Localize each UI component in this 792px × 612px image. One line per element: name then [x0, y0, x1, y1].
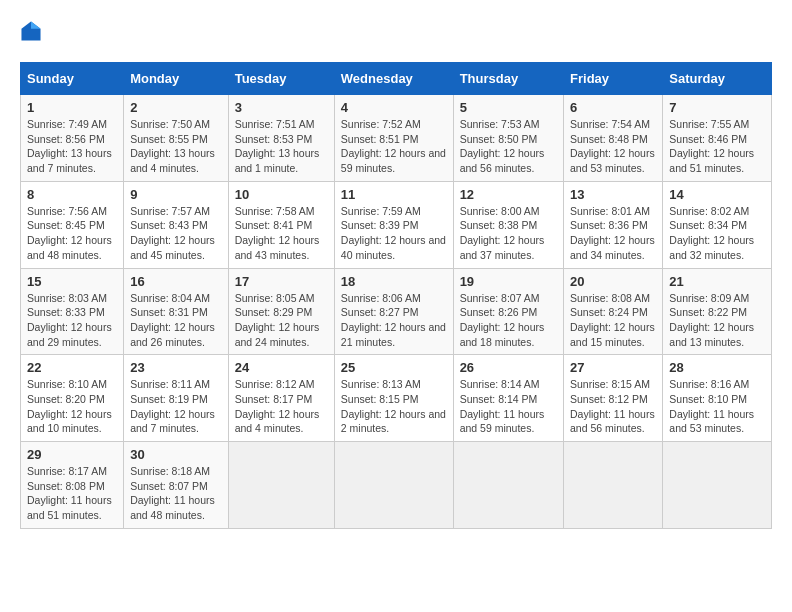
header-friday: Friday [564, 63, 663, 95]
calendar-week-row: 22Sunrise: 8:10 AMSunset: 8:20 PMDayligh… [21, 355, 772, 442]
day-info: Sunrise: 8:06 AMSunset: 8:27 PMDaylight:… [341, 291, 447, 350]
day-number: 18 [341, 274, 447, 289]
calendar-header-row: SundayMondayTuesdayWednesdayThursdayFrid… [21, 63, 772, 95]
day-number: 11 [341, 187, 447, 202]
day-number: 28 [669, 360, 765, 375]
page-header [20, 20, 772, 46]
day-number: 22 [27, 360, 117, 375]
calendar-cell: 16Sunrise: 8:04 AMSunset: 8:31 PMDayligh… [124, 268, 229, 355]
day-number: 29 [27, 447, 117, 462]
header-sunday: Sunday [21, 63, 124, 95]
svg-marker-1 [31, 21, 41, 28]
day-info: Sunrise: 7:56 AMSunset: 8:45 PMDaylight:… [27, 204, 117, 263]
calendar-cell [663, 442, 772, 529]
day-info: Sunrise: 8:11 AMSunset: 8:19 PMDaylight:… [130, 377, 222, 436]
day-info: Sunrise: 7:53 AMSunset: 8:50 PMDaylight:… [460, 117, 557, 176]
day-info: Sunrise: 7:59 AMSunset: 8:39 PMDaylight:… [341, 204, 447, 263]
logo-icon [20, 20, 42, 42]
day-info: Sunrise: 8:09 AMSunset: 8:22 PMDaylight:… [669, 291, 765, 350]
day-number: 21 [669, 274, 765, 289]
calendar-cell: 12Sunrise: 8:00 AMSunset: 8:38 PMDayligh… [453, 181, 563, 268]
day-number: 9 [130, 187, 222, 202]
calendar-week-row: 1Sunrise: 7:49 AMSunset: 8:56 PMDaylight… [21, 95, 772, 182]
calendar-cell: 2Sunrise: 7:50 AMSunset: 8:55 PMDaylight… [124, 95, 229, 182]
day-info: Sunrise: 7:49 AMSunset: 8:56 PMDaylight:… [27, 117, 117, 176]
day-info: Sunrise: 8:16 AMSunset: 8:10 PMDaylight:… [669, 377, 765, 436]
day-info: Sunrise: 8:18 AMSunset: 8:07 PMDaylight:… [130, 464, 222, 523]
day-number: 3 [235, 100, 328, 115]
day-info: Sunrise: 8:15 AMSunset: 8:12 PMDaylight:… [570, 377, 656, 436]
calendar-cell: 21Sunrise: 8:09 AMSunset: 8:22 PMDayligh… [663, 268, 772, 355]
day-info: Sunrise: 8:08 AMSunset: 8:24 PMDaylight:… [570, 291, 656, 350]
calendar-cell: 28Sunrise: 8:16 AMSunset: 8:10 PMDayligh… [663, 355, 772, 442]
calendar-cell: 25Sunrise: 8:13 AMSunset: 8:15 PMDayligh… [334, 355, 453, 442]
calendar-cell: 19Sunrise: 8:07 AMSunset: 8:26 PMDayligh… [453, 268, 563, 355]
calendar-week-row: 8Sunrise: 7:56 AMSunset: 8:45 PMDaylight… [21, 181, 772, 268]
day-number: 20 [570, 274, 656, 289]
header-wednesday: Wednesday [334, 63, 453, 95]
day-number: 17 [235, 274, 328, 289]
calendar-week-row: 29Sunrise: 8:17 AMSunset: 8:08 PMDayligh… [21, 442, 772, 529]
calendar-cell [564, 442, 663, 529]
header-tuesday: Tuesday [228, 63, 334, 95]
day-number: 24 [235, 360, 328, 375]
day-info: Sunrise: 8:12 AMSunset: 8:17 PMDaylight:… [235, 377, 328, 436]
day-info: Sunrise: 8:14 AMSunset: 8:14 PMDaylight:… [460, 377, 557, 436]
calendar-cell: 11Sunrise: 7:59 AMSunset: 8:39 PMDayligh… [334, 181, 453, 268]
calendar-cell [228, 442, 334, 529]
calendar-cell: 27Sunrise: 8:15 AMSunset: 8:12 PMDayligh… [564, 355, 663, 442]
calendar-cell: 26Sunrise: 8:14 AMSunset: 8:14 PMDayligh… [453, 355, 563, 442]
day-number: 2 [130, 100, 222, 115]
calendar-cell: 6Sunrise: 7:54 AMSunset: 8:48 PMDaylight… [564, 95, 663, 182]
calendar-cell [334, 442, 453, 529]
calendar-cell: 8Sunrise: 7:56 AMSunset: 8:45 PMDaylight… [21, 181, 124, 268]
calendar-cell: 4Sunrise: 7:52 AMSunset: 8:51 PMDaylight… [334, 95, 453, 182]
header-monday: Monday [124, 63, 229, 95]
calendar-cell: 30Sunrise: 8:18 AMSunset: 8:07 PMDayligh… [124, 442, 229, 529]
day-number: 19 [460, 274, 557, 289]
day-info: Sunrise: 8:07 AMSunset: 8:26 PMDaylight:… [460, 291, 557, 350]
calendar-cell: 1Sunrise: 7:49 AMSunset: 8:56 PMDaylight… [21, 95, 124, 182]
calendar-cell: 9Sunrise: 7:57 AMSunset: 8:43 PMDaylight… [124, 181, 229, 268]
day-info: Sunrise: 8:13 AMSunset: 8:15 PMDaylight:… [341, 377, 447, 436]
calendar-cell: 10Sunrise: 7:58 AMSunset: 8:41 PMDayligh… [228, 181, 334, 268]
day-info: Sunrise: 7:54 AMSunset: 8:48 PMDaylight:… [570, 117, 656, 176]
calendar-cell: 22Sunrise: 8:10 AMSunset: 8:20 PMDayligh… [21, 355, 124, 442]
day-info: Sunrise: 8:00 AMSunset: 8:38 PMDaylight:… [460, 204, 557, 263]
day-info: Sunrise: 7:55 AMSunset: 8:46 PMDaylight:… [669, 117, 765, 176]
calendar-cell: 5Sunrise: 7:53 AMSunset: 8:50 PMDaylight… [453, 95, 563, 182]
day-info: Sunrise: 8:17 AMSunset: 8:08 PMDaylight:… [27, 464, 117, 523]
calendar-table: SundayMondayTuesdayWednesdayThursdayFrid… [20, 62, 772, 529]
day-info: Sunrise: 7:50 AMSunset: 8:55 PMDaylight:… [130, 117, 222, 176]
day-number: 27 [570, 360, 656, 375]
day-info: Sunrise: 7:52 AMSunset: 8:51 PMDaylight:… [341, 117, 447, 176]
header-saturday: Saturday [663, 63, 772, 95]
day-info: Sunrise: 8:04 AMSunset: 8:31 PMDaylight:… [130, 291, 222, 350]
calendar-cell: 15Sunrise: 8:03 AMSunset: 8:33 PMDayligh… [21, 268, 124, 355]
day-number: 7 [669, 100, 765, 115]
day-number: 8 [27, 187, 117, 202]
day-info: Sunrise: 7:51 AMSunset: 8:53 PMDaylight:… [235, 117, 328, 176]
day-info: Sunrise: 8:03 AMSunset: 8:33 PMDaylight:… [27, 291, 117, 350]
header-thursday: Thursday [453, 63, 563, 95]
day-number: 1 [27, 100, 117, 115]
day-number: 10 [235, 187, 328, 202]
day-number: 25 [341, 360, 447, 375]
day-number: 26 [460, 360, 557, 375]
calendar-cell: 14Sunrise: 8:02 AMSunset: 8:34 PMDayligh… [663, 181, 772, 268]
calendar-cell: 29Sunrise: 8:17 AMSunset: 8:08 PMDayligh… [21, 442, 124, 529]
day-number: 5 [460, 100, 557, 115]
day-number: 30 [130, 447, 222, 462]
calendar-cell: 17Sunrise: 8:05 AMSunset: 8:29 PMDayligh… [228, 268, 334, 355]
day-number: 14 [669, 187, 765, 202]
day-number: 13 [570, 187, 656, 202]
day-number: 4 [341, 100, 447, 115]
calendar-week-row: 15Sunrise: 8:03 AMSunset: 8:33 PMDayligh… [21, 268, 772, 355]
day-info: Sunrise: 8:01 AMSunset: 8:36 PMDaylight:… [570, 204, 656, 263]
logo [20, 20, 46, 46]
calendar-cell: 7Sunrise: 7:55 AMSunset: 8:46 PMDaylight… [663, 95, 772, 182]
day-number: 15 [27, 274, 117, 289]
calendar-cell: 24Sunrise: 8:12 AMSunset: 8:17 PMDayligh… [228, 355, 334, 442]
day-info: Sunrise: 7:58 AMSunset: 8:41 PMDaylight:… [235, 204, 328, 263]
calendar-cell: 23Sunrise: 8:11 AMSunset: 8:19 PMDayligh… [124, 355, 229, 442]
